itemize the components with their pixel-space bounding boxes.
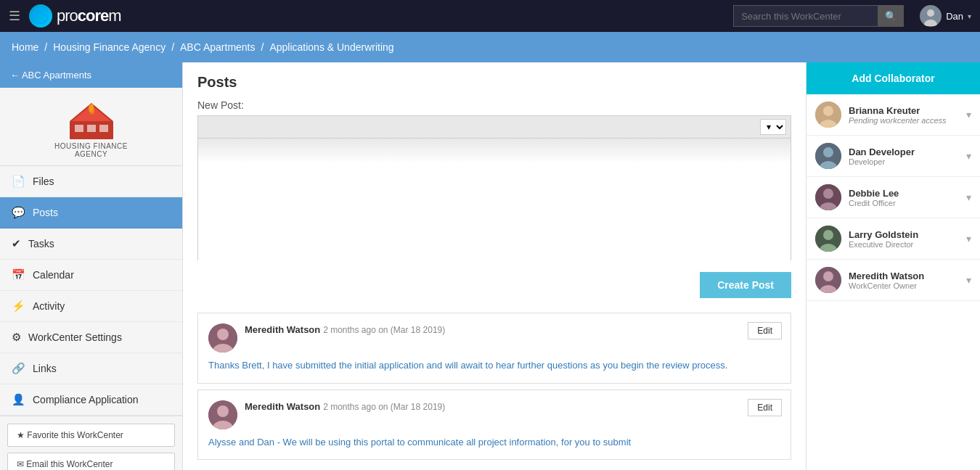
breadcrumb-agency[interactable]: Housing Finance Agency — [53, 41, 166, 53]
top-navigation: ☰ procorem 🔍 Dan ▾ — [0, 0, 980, 32]
collaborator-avatar-dan — [815, 143, 841, 169]
collaborator-dropdown-dan[interactable]: ▾ — [966, 150, 971, 162]
collaborator-role-brianna: Pending workcenter access — [849, 116, 959, 125]
post-header-2: Meredith Watson 2 months ago on (Mar 18 … — [208, 400, 780, 429]
content-area: Posts New Post: ▾ Create Post Edit — [183, 62, 806, 470]
collaborator-role-meredith: WorkCenter Owner — [849, 281, 959, 290]
sidebar-item-calendar[interactable]: 📅 Calendar — [0, 260, 182, 291]
post-avatar-1 — [208, 323, 237, 352]
breadcrumb: Home / Housing Finance Agency / ABC Apar… — [0, 32, 980, 62]
procore-logo-icon — [29, 4, 52, 28]
sidebar-item-tasks[interactable]: ✔ Tasks — [0, 228, 182, 260]
post-author-2: Meredith Watson — [245, 401, 320, 412]
sidebar-item-label-calendar: Calendar — [33, 269, 74, 281]
post-time-text-2: 2 months ago on (Mar 18 2019) — [323, 402, 445, 412]
user-name: Dan — [946, 11, 963, 22]
edit-post-button-1[interactable]: Edit — [748, 322, 782, 339]
svg-point-28 — [823, 230, 833, 240]
sidebar-item-label-files: Files — [33, 176, 54, 187]
create-post-button[interactable]: Create Post — [700, 272, 791, 298]
sidebar-nav: 📄 Files 💬 Posts ✔ Tasks 📅 Calendar ⚡ Act… — [0, 166, 182, 416]
user-avatar — [920, 5, 942, 27]
breadcrumb-section: Applications & Underwriting — [269, 41, 393, 53]
favorite-workcenter-button[interactable]: ★ Favorite this WorkCenter — [7, 424, 175, 447]
collaborator-role-dan: Developer — [849, 157, 959, 166]
collaborator-avatar-meredith — [815, 267, 841, 293]
procore-logo-text: procorem — [57, 7, 121, 25]
collaborator-item-debbie: Debbie Lee Credit Officer ▾ — [807, 177, 980, 218]
collaborator-dropdown-meredith[interactable]: ▾ — [966, 274, 971, 286]
collaborator-name-meredith: Meredith Watson — [849, 271, 959, 281]
svg-rect-7 — [75, 125, 83, 132]
sidebar-item-label-links: Links — [33, 363, 57, 374]
collaborator-dropdown-larry[interactable]: ▾ — [966, 233, 971, 244]
breadcrumb-home[interactable]: Home — [12, 41, 38, 53]
user-area: Dan ▾ — [920, 5, 971, 27]
add-collaborator-button[interactable]: Add Collaborator — [807, 62, 980, 94]
sidebar-item-workcenter-settings[interactable]: ⚙ WorkCenter Settings — [0, 322, 182, 353]
collaborator-name-larry: Larry Goldstein — [849, 229, 959, 240]
posts-icon: 💬 — [12, 206, 25, 219]
search-area: 🔍 — [733, 5, 904, 27]
search-button[interactable]: 🔍 — [878, 5, 904, 27]
breadcrumb-project[interactable]: ABC Apartments — [180, 41, 256, 53]
sidebar-item-activity[interactable]: ⚡ Activity — [0, 291, 182, 322]
post-time-text-1: 2 months ago on (Mar 18 2019) — [323, 325, 445, 335]
compliance-icon: 👤 — [12, 393, 25, 406]
user-dropdown-arrow[interactable]: ▾ — [968, 12, 971, 20]
collaborator-role-larry: Executive Director — [849, 240, 959, 249]
post-editor[interactable]: ▾ — [197, 115, 791, 260]
svg-point-16 — [217, 405, 229, 417]
back-button[interactable]: ← ABC Apartments — [0, 62, 182, 88]
email-workcenter-button[interactable]: ✉ Email this WorkCenter — [7, 453, 175, 470]
post-meta-2: Meredith Watson 2 months ago on (Mar 18 … — [245, 400, 780, 412]
post-avatar-2 — [208, 400, 237, 429]
post-text-1: Thanks Brett, I have submitted the initi… — [208, 358, 780, 373]
post-text-2: Alysse and Dan - We will be using this p… — [208, 435, 780, 450]
svg-point-19 — [823, 106, 833, 116]
search-input[interactable] — [733, 5, 878, 27]
svg-rect-8 — [87, 125, 96, 132]
files-icon: 📄 — [12, 175, 25, 188]
sidebar-item-files[interactable]: 📄 Files — [0, 166, 182, 197]
post-card: Edit Meredith Watson 2 months ago on (Ma… — [197, 313, 791, 384]
toolbar-dropdown[interactable]: ▾ — [760, 119, 786, 135]
collaborator-info-meredith: Meredith Watson WorkCenter Owner — [849, 271, 959, 290]
post-editor-body[interactable] — [198, 139, 791, 262]
tasks-icon: ✔ — [12, 237, 21, 250]
svg-point-0 — [33, 9, 48, 23]
post-card-2: Edit Meredith Watson 2 months ago on (Ma… — [197, 389, 791, 461]
collaborator-info-debbie: Debbie Lee Credit Officer — [849, 188, 959, 207]
breadcrumb-sep-3: / — [261, 41, 264, 53]
activity-icon: ⚡ — [12, 300, 25, 313]
post-header-1: Meredith Watson 2 months ago on (Mar 18 … — [208, 323, 780, 352]
edit-post-button-2[interactable]: Edit — [748, 399, 782, 416]
svg-point-13 — [217, 329, 229, 340]
hamburger-icon[interactable]: ☰ — [9, 8, 20, 24]
sidebar-item-posts[interactable]: 💬 Posts — [0, 197, 182, 228]
collaborator-avatar-debbie — [815, 184, 841, 210]
collaborator-dropdown-brianna[interactable]: ▾ — [966, 109, 971, 120]
svg-rect-9 — [99, 125, 108, 132]
collaborator-item-meredith: Meredith Watson WorkCenter Owner ▾ — [807, 260, 980, 301]
sidebar-item-compliance-application[interactable]: 👤 Compliance Application — [0, 384, 182, 416]
sidebar-item-links[interactable]: 🔗 Links — [0, 353, 182, 384]
main-layout: ← ABC Apartments HOUSING FINANCEAGE — [0, 62, 980, 470]
new-post-label: New Post: — [197, 99, 791, 111]
collaborator-name-debbie: Debbie Lee — [849, 188, 959, 199]
post-editor-toolbar: ▾ — [198, 116, 791, 139]
collaborator-name-dan: Dan Developer — [849, 147, 959, 157]
calendar-icon: 📅 — [12, 268, 25, 281]
svg-point-22 — [823, 147, 833, 157]
collaborator-info-larry: Larry Goldstein Executive Director — [849, 229, 959, 249]
post-author-1: Meredith Watson — [245, 324, 320, 335]
sidebar-item-label-compliance: Compliance Application — [33, 394, 139, 405]
svg-point-25 — [823, 189, 833, 199]
collaborator-dropdown-debbie[interactable]: ▾ — [966, 191, 971, 203]
links-icon: 🔗 — [12, 362, 25, 375]
sidebar: ← ABC Apartments HOUSING FINANCEAGE — [0, 62, 183, 470]
collaborator-role-debbie: Credit Officer — [849, 199, 959, 207]
post-meta-1: Meredith Watson 2 months ago on (Mar 18 … — [245, 323, 780, 335]
org-name: HOUSING FINANCEAGENCY — [54, 142, 128, 158]
breadcrumb-sep-1: / — [44, 41, 47, 53]
